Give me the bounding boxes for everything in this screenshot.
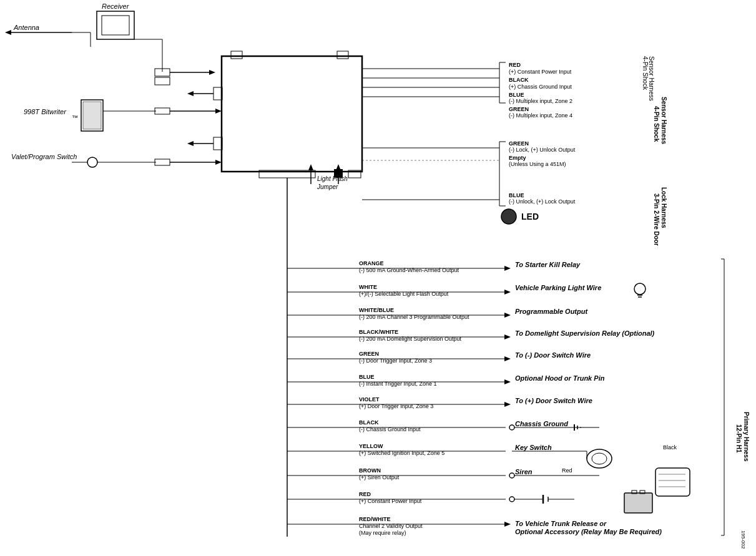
- svg-text:GREEN: GREEN: [509, 140, 529, 147]
- svg-text:Antenna: Antenna: [13, 24, 39, 31]
- svg-text:(-) Multiplex input, Zone 4: (-) Multiplex input, Zone 4: [509, 112, 572, 119]
- svg-text:BLACK: BLACK: [509, 77, 529, 83]
- svg-text:(+)/(-) Selectable Light Flash: (+)/(-) Selectable Light Flash Output: [359, 291, 449, 297]
- svg-text:(-) Instant Trigger Input, Zon: (-) Instant Trigger Input, Zone 1: [359, 381, 437, 387]
- svg-text:12-Pin H1: 12-Pin H1: [735, 424, 742, 453]
- svg-text:GREEN: GREEN: [509, 106, 529, 112]
- svg-text:To Vehicle Trunk Release or: To Vehicle Trunk Release or: [515, 520, 607, 527]
- svg-text:Vehicle Parking Light Wire: Vehicle Parking Light Wire: [515, 284, 601, 291]
- svg-text:(+) Door Trigger Input, Zone 3: (+) Door Trigger Input, Zone 3: [359, 403, 433, 409]
- svg-text:(+) Constant Power Input: (+) Constant Power Input: [359, 498, 422, 504]
- svg-text:195-002: 195-002: [740, 530, 746, 549]
- svg-rect-16: [83, 102, 101, 129]
- svg-text:(-) Multiplex input, Zone 2: (-) Multiplex input, Zone 2: [509, 98, 572, 104]
- svg-text:3-Pin 2-Wire Door: 3-Pin 2-Wire Door: [653, 193, 660, 246]
- svg-text:(+) Chassis Ground Input: (+) Chassis Ground Input: [509, 84, 572, 90]
- svg-text:Siren: Siren: [515, 468, 533, 476]
- svg-text:BLUE: BLUE: [509, 192, 524, 198]
- svg-text:Primary Harness: Primary Harness: [743, 412, 750, 462]
- svg-text:Sensor Harness: Sensor Harness: [648, 56, 655, 101]
- svg-text:WHITE/BLUE: WHITE/BLUE: [359, 307, 394, 313]
- svg-text:(+) Switched Ignition Input, Z: (+) Switched Ignition Input, Zone 5: [359, 450, 444, 456]
- svg-text:Channel 2 Validity Output: Channel 2 Validity Output: [359, 523, 423, 529]
- svg-text:Valet/Program Switch: Valet/Program Switch: [11, 153, 77, 160]
- svg-text:GREEN: GREEN: [359, 351, 379, 357]
- svg-point-63: [501, 209, 516, 224]
- svg-text:RED/WHITE: RED/WHITE: [359, 516, 391, 522]
- svg-text:(-) 200 mA Channel 3 Programma: (-) 200 mA Channel 3 Programmable Output: [359, 314, 469, 320]
- svg-text:BROWN: BROWN: [359, 467, 381, 474]
- svg-text:™: ™: [72, 114, 78, 121]
- wiring-diagram: Antenna Receiver 998T Bitwriter ™ Va: [0, 0, 756, 556]
- svg-text:VIOLET: VIOLET: [359, 396, 380, 402]
- svg-text:Key Switch: Key Switch: [515, 444, 552, 451]
- svg-text:998T Bitwriter: 998T Bitwriter: [24, 108, 67, 115]
- svg-text:To (+) Door Switch Wire: To (+) Door Switch Wire: [515, 397, 592, 404]
- svg-text:(Unless Using a 451M): (Unless Using a 451M): [509, 161, 566, 167]
- svg-text:Light Flash: Light Flash: [317, 175, 348, 182]
- svg-text:BLUE: BLUE: [359, 374, 375, 380]
- svg-text:WHITE: WHITE: [359, 284, 377, 290]
- svg-text:BLACK: BLACK: [359, 419, 379, 426]
- svg-text:RED: RED: [359, 491, 371, 497]
- svg-text:(+) Constant Power Input: (+) Constant Power Input: [509, 69, 572, 75]
- svg-text:(May require relay): (May require relay): [359, 530, 406, 536]
- svg-text:4-Pin Shock: 4-Pin Shock: [653, 106, 660, 142]
- svg-text:Chassis Ground: Chassis Ground: [515, 420, 568, 427]
- svg-text:(-) 200 mA Domelight Supervisi: (-) 200 mA Domelight Supervision Output: [359, 336, 462, 342]
- svg-text:Sensor Harness: Sensor Harness: [660, 97, 667, 145]
- svg-text:Empty: Empty: [509, 155, 526, 161]
- svg-text:Red: Red: [562, 467, 572, 474]
- svg-text:(-) Unlock, (+) Lock Output: (-) Unlock, (+) Lock Output: [509, 198, 576, 205]
- svg-text:Jumper: Jumper: [317, 183, 338, 190]
- svg-rect-110: [624, 493, 652, 513]
- svg-text:(-) Chassis Ground Input: (-) Chassis Ground Input: [359, 426, 421, 432]
- svg-text:BLACK/WHITE: BLACK/WHITE: [359, 329, 398, 335]
- svg-text:ORANGE: ORANGE: [359, 260, 384, 266]
- svg-text:Lock Harness: Lock Harness: [660, 187, 667, 228]
- svg-text:4-Pin Shock: 4-Pin Shock: [642, 56, 649, 90]
- svg-text:RED: RED: [509, 62, 521, 68]
- svg-text:BLUE: BLUE: [509, 92, 524, 98]
- svg-text:LED: LED: [521, 212, 539, 222]
- svg-text:To (-) Door Switch Wire: To (-) Door Switch Wire: [515, 351, 591, 359]
- svg-text:(-) Lock, (+) Unlock Output: (-) Lock, (+) Unlock Output: [509, 147, 576, 153]
- svg-text:Programmable Output: Programmable Output: [515, 308, 588, 315]
- svg-text:To Domelight Supervision Relay: To Domelight Supervision Relay (Optional…: [515, 329, 655, 337]
- svg-text:Receiver: Receiver: [102, 2, 130, 10]
- svg-text:Optional Accessory (Relay May : Optional Accessory (Relay May Be Require…: [515, 528, 662, 535]
- svg-text:(+) Siren Output: (+) Siren Output: [359, 474, 400, 480]
- svg-text:YELLOW: YELLOW: [359, 443, 383, 449]
- svg-text:Optional Hood or Trunk Pin: Optional Hood or Trunk Pin: [515, 374, 605, 382]
- svg-text:Black: Black: [663, 444, 677, 451]
- svg-text:To Starter Kill Relay: To Starter Kill Relay: [515, 261, 581, 268]
- svg-text:(-) 500 mA Ground-When-Armed O: (-) 500 mA Ground-When-Armed Output: [359, 267, 459, 273]
- svg-text:(-) Door Trigger Input, Zone 3: (-) Door Trigger Input, Zone 3: [359, 358, 432, 364]
